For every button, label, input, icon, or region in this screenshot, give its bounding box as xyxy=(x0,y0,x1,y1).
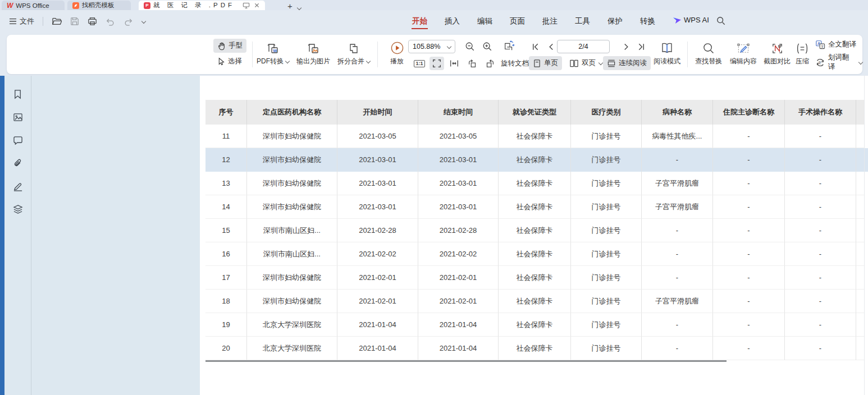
table-row[interactable]: 14深圳市妇幼保健院2021-03-012021-03-01社会保障卡门诊挂号子… xyxy=(205,195,865,219)
wps-ai-label: WPS AI xyxy=(684,16,709,24)
tab-wps-office[interactable]: W WPS Office xyxy=(2,1,65,10)
rotate-pages-button[interactable] xyxy=(502,39,517,53)
table-column-header xyxy=(856,100,865,125)
signature-icon[interactable] xyxy=(12,181,24,192)
full-translate-button[interactable]: A文 全文翻译 xyxy=(815,40,862,49)
menu-protect[interactable]: 保护 xyxy=(607,13,623,30)
table-cell: - xyxy=(642,219,713,242)
wps-ai-button[interactable]: WPS AI xyxy=(673,16,709,24)
save-icon[interactable] xyxy=(70,17,79,26)
page-indicator-input[interactable]: 2/4 xyxy=(557,40,610,53)
continuous-read-button[interactable]: 连续阅读 xyxy=(603,56,651,70)
next-page-button[interactable] xyxy=(619,40,633,53)
select-tool-button[interactable]: 选择 xyxy=(213,54,246,68)
fit-width-button[interactable] xyxy=(447,57,462,70)
attachments-icon[interactable] xyxy=(12,158,24,169)
redo-icon[interactable] xyxy=(124,17,133,26)
menu-insert[interactable]: 插入 xyxy=(444,13,460,30)
table-column-header: 医疗类别 xyxy=(571,100,642,125)
table-row[interactable]: 20北京大学深圳医院2021-01-042021-01-04社会保障卡门诊挂号-… xyxy=(205,337,865,360)
pdf-file-icon: P xyxy=(144,2,150,9)
svg-text:文: 文 xyxy=(821,44,824,48)
screenshot-compare-button[interactable]: 截图对比 xyxy=(761,42,793,66)
bookmark-icon[interactable] xyxy=(12,89,24,100)
menu-comment[interactable]: 批注 xyxy=(542,13,558,30)
word-translate-button[interactable]: 文 划词翻译 xyxy=(815,53,862,72)
undo-icon[interactable] xyxy=(106,17,115,26)
fit-page-button[interactable] xyxy=(430,57,444,70)
split-merge-button[interactable]: 拆分合并 xyxy=(336,42,372,66)
file-menu-button[interactable]: 文件 xyxy=(9,16,34,26)
highlight-extension xyxy=(865,148,868,172)
export-image-button[interactable]: 输出为图片 xyxy=(294,42,332,66)
first-page-button[interactable] xyxy=(528,40,542,53)
rotate-left-button[interactable] xyxy=(465,57,479,70)
zoom-level-dropdown[interactable]: 105.88% xyxy=(408,40,455,53)
hand-tool-button[interactable]: 手型 xyxy=(213,39,246,53)
table-cell: 2021-01-04 xyxy=(337,313,418,337)
single-page-button[interactable]: 单页 xyxy=(529,56,562,70)
docer-logo-icon xyxy=(72,2,79,9)
reading-mode-label: 阅读模式 xyxy=(654,57,680,66)
table-cell: - xyxy=(642,242,713,266)
monitor-icon[interactable] xyxy=(243,2,250,9)
search-icon[interactable] xyxy=(716,16,725,25)
play-button[interactable]: 播放 xyxy=(385,41,409,66)
table-cell: 门诊挂号 xyxy=(571,313,642,337)
comments-icon[interactable] xyxy=(12,135,24,146)
hand-tool-label: 手型 xyxy=(229,41,243,50)
reading-mode-icon xyxy=(660,42,674,55)
table-row[interactable]: 12深圳市妇幼保健院2021-03-012021-03-01社会保障卡门诊挂号-… xyxy=(205,148,865,172)
tab-docer-templates[interactable]: 找稻壳模板 xyxy=(67,1,131,10)
menu-home[interactable]: 开始 xyxy=(412,13,428,30)
menu-page[interactable]: 页面 xyxy=(509,13,526,30)
table-row[interactable]: 16深圳市南山区妇...2021-02-022021-02-02社会保障卡门诊挂… xyxy=(205,242,865,266)
zoom-in-icon xyxy=(482,42,492,52)
table-cell: 2021-01-04 xyxy=(418,313,499,337)
table-row[interactable]: 18深圳市妇幼保健院2021-02-012021-02-01社会保障卡门诊挂号子… xyxy=(205,290,865,313)
edit-content-button[interactable]: 编辑内容 xyxy=(727,42,760,66)
table-row[interactable]: 17深圳市妇幼保健院2021-02-012021-02-01社会保障卡门诊挂号-… xyxy=(205,266,865,290)
quickbar-chevron-icon[interactable] xyxy=(141,20,145,24)
menu-convert[interactable]: 转换 xyxy=(639,13,656,30)
menu-tools[interactable]: 工具 xyxy=(574,13,591,30)
close-tab-icon[interactable] xyxy=(254,2,260,8)
page-right-edge xyxy=(864,76,865,395)
actual-size-button[interactable]: 1:1 xyxy=(412,57,427,70)
table-row[interactable]: 13深圳市妇幼保健院2021-03-012021-03-01社会保障卡门诊挂号子… xyxy=(205,172,865,195)
play-icon xyxy=(390,41,404,55)
layers-icon[interactable] xyxy=(12,204,24,215)
menu-edit[interactable]: 编辑 xyxy=(477,13,493,30)
document-page[interactable]: 序号定点医药机构名称开始时间结束时间就诊凭证类型医疗类别病种名称住院主诊断名称手… xyxy=(200,76,868,395)
tab-document-active[interactable]: P 就 医 记 录 .PDF xyxy=(139,1,265,10)
find-replace-button[interactable]: 查找替换 xyxy=(692,42,725,66)
open-file-icon[interactable] xyxy=(52,17,62,26)
table-cell: - xyxy=(642,266,713,290)
thumbnails-icon[interactable] xyxy=(12,112,24,123)
table-cell: - xyxy=(785,266,856,290)
prev-page-button[interactable] xyxy=(543,40,558,53)
panel-icon-column xyxy=(4,76,31,395)
table-cell: - xyxy=(642,313,713,337)
last-page-button[interactable] xyxy=(634,40,648,53)
table-cell: - xyxy=(642,337,713,360)
table-cell: 2021-03-05 xyxy=(418,125,499,148)
tab-list-chevron-icon[interactable] xyxy=(297,6,301,10)
rotate-document-label[interactable]: 旋转文档 xyxy=(501,59,529,68)
table-row[interactable]: 11深圳市妇幼保健院2021-03-052021-03-05社会保障卡门诊挂号病… xyxy=(205,125,865,148)
reading-mode-button[interactable]: 阅读模式 xyxy=(651,42,683,66)
table-row[interactable]: 19北京大学深圳医院2021-01-042021-01-04社会保障卡门诊挂号-… xyxy=(205,313,865,337)
compress-button[interactable]: 压缩 xyxy=(792,42,812,66)
find-replace-label: 查找替换 xyxy=(695,57,722,66)
rotate-right-button[interactable] xyxy=(482,57,497,70)
table-column-header: 序号 xyxy=(205,100,247,125)
double-page-button[interactable]: 双页 xyxy=(565,56,606,70)
table-row[interactable]: 15深圳市南山区妇...2021-02-282021-02-28社会保障卡门诊挂… xyxy=(205,219,865,242)
zoom-in-button[interactable] xyxy=(480,40,495,53)
table-cell: 社会保障卡 xyxy=(499,172,571,195)
hand-icon xyxy=(217,42,226,50)
print-icon[interactable] xyxy=(88,17,97,26)
zoom-out-button[interactable] xyxy=(463,40,477,53)
pdf-convert-button[interactable]: W PDF转换 xyxy=(254,42,291,66)
new-tab-button[interactable]: + xyxy=(287,2,293,10)
